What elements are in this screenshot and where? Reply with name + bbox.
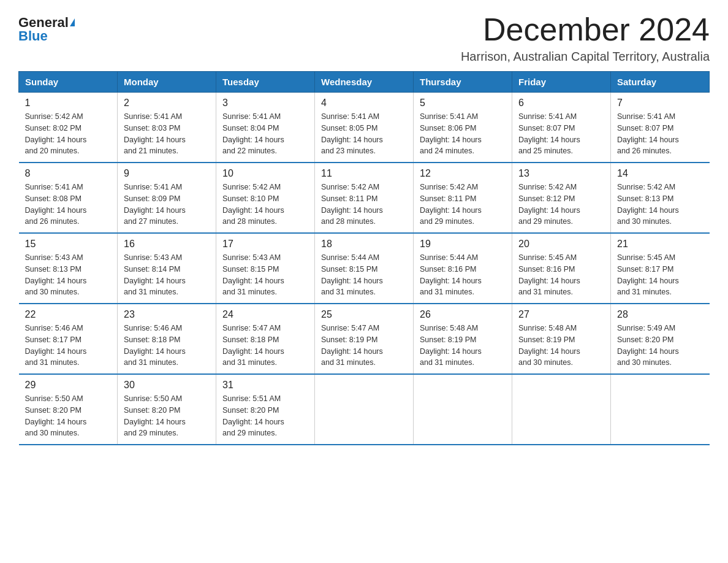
- calendar-cell: 5 Sunrise: 5:41 AM Sunset: 8:06 PM Dayli…: [414, 93, 512, 163]
- calendar-header: SundayMondayTuesdayWednesdayThursdayFrid…: [19, 72, 710, 93]
- calendar-cell: 11 Sunrise: 5:42 AM Sunset: 8:11 PM Dayl…: [315, 163, 414, 233]
- day-info: Sunrise: 5:47 AM Sunset: 8:18 PM Dayligh…: [222, 323, 308, 369]
- day-number: 23: [124, 309, 210, 320]
- day-info: Sunrise: 5:46 AM Sunset: 8:17 PM Dayligh…: [25, 323, 112, 369]
- calendar-cell: 28 Sunrise: 5:49 AM Sunset: 8:20 PM Dayl…: [611, 304, 710, 374]
- calendar-cell: 6 Sunrise: 5:41 AM Sunset: 8:07 PM Dayli…: [512, 93, 611, 163]
- calendar-week-row: 15 Sunrise: 5:43 AM Sunset: 8:13 PM Dayl…: [19, 233, 710, 304]
- calendar-cell: 12 Sunrise: 5:42 AM Sunset: 8:11 PM Dayl…: [414, 163, 512, 233]
- day-info: Sunrise: 5:44 AM Sunset: 8:15 PM Dayligh…: [321, 252, 407, 298]
- logo-blue-text: Blue: [18, 29, 48, 43]
- calendar-cell: 3 Sunrise: 5:41 AM Sunset: 8:04 PM Dayli…: [216, 93, 315, 163]
- calendar-cell: 24 Sunrise: 5:47 AM Sunset: 8:18 PM Dayl…: [216, 304, 315, 374]
- day-info: Sunrise: 5:41 AM Sunset: 8:08 PM Dayligh…: [25, 182, 112, 228]
- calendar-cell: 30 Sunrise: 5:50 AM Sunset: 8:20 PM Dayl…: [118, 374, 216, 445]
- day-info: Sunrise: 5:47 AM Sunset: 8:19 PM Dayligh…: [321, 323, 407, 369]
- calendar-week-row: 8 Sunrise: 5:41 AM Sunset: 8:08 PM Dayli…: [19, 163, 710, 233]
- day-info: Sunrise: 5:42 AM Sunset: 8:02 PM Dayligh…: [25, 111, 112, 157]
- calendar-cell: [414, 374, 512, 445]
- day-number: 11: [321, 168, 407, 179]
- day-header-wednesday: Wednesday: [315, 72, 414, 93]
- calendar-cell: 22 Sunrise: 5:46 AM Sunset: 8:17 PM Dayl…: [19, 304, 118, 374]
- day-info: Sunrise: 5:42 AM Sunset: 8:10 PM Dayligh…: [222, 182, 308, 228]
- day-header-saturday: Saturday: [611, 72, 710, 93]
- day-number: 16: [124, 239, 210, 250]
- day-number: 1: [25, 98, 112, 109]
- calendar-cell: 2 Sunrise: 5:41 AM Sunset: 8:03 PM Dayli…: [118, 93, 216, 163]
- day-header-friday: Friday: [512, 72, 611, 93]
- day-info: Sunrise: 5:50 AM Sunset: 8:20 PM Dayligh…: [25, 393, 112, 439]
- day-number: 10: [222, 168, 308, 179]
- day-number: 6: [518, 98, 604, 109]
- day-header-tuesday: Tuesday: [216, 72, 315, 93]
- day-number: 5: [420, 98, 506, 109]
- calendar-cell: 4 Sunrise: 5:41 AM Sunset: 8:05 PM Dayli…: [315, 93, 414, 163]
- calendar-cell: [315, 374, 414, 445]
- calendar-body: 1 Sunrise: 5:42 AM Sunset: 8:02 PM Dayli…: [19, 93, 710, 445]
- day-number: 24: [222, 309, 308, 320]
- day-header-row: SundayMondayTuesdayWednesdayThursdayFrid…: [19, 72, 710, 93]
- day-number: 30: [124, 380, 210, 391]
- day-number: 13: [518, 168, 604, 179]
- calendar-cell: 19 Sunrise: 5:44 AM Sunset: 8:16 PM Dayl…: [414, 233, 512, 304]
- calendar-cell: 14 Sunrise: 5:42 AM Sunset: 8:13 PM Dayl…: [611, 163, 710, 233]
- location-title: Harrison, Australian Capital Territory, …: [461, 50, 710, 64]
- day-number: 4: [321, 98, 407, 109]
- day-number: 25: [321, 309, 407, 320]
- day-info: Sunrise: 5:42 AM Sunset: 8:13 PM Dayligh…: [617, 182, 703, 228]
- day-info: Sunrise: 5:41 AM Sunset: 8:09 PM Dayligh…: [124, 182, 210, 228]
- day-info: Sunrise: 5:44 AM Sunset: 8:16 PM Dayligh…: [420, 252, 506, 298]
- day-number: 7: [617, 98, 703, 109]
- calendar-cell: [611, 374, 710, 445]
- calendar-cell: 21 Sunrise: 5:45 AM Sunset: 8:17 PM Dayl…: [611, 233, 710, 304]
- calendar-cell: 26 Sunrise: 5:48 AM Sunset: 8:19 PM Dayl…: [414, 304, 512, 374]
- calendar-cell: 7 Sunrise: 5:41 AM Sunset: 8:07 PM Dayli…: [611, 93, 710, 163]
- logo-general-text: General: [18, 16, 75, 29]
- day-info: Sunrise: 5:48 AM Sunset: 8:19 PM Dayligh…: [420, 323, 506, 369]
- day-info: Sunrise: 5:41 AM Sunset: 8:05 PM Dayligh…: [321, 111, 407, 157]
- day-info: Sunrise: 5:42 AM Sunset: 8:11 PM Dayligh…: [321, 182, 407, 228]
- day-number: 14: [617, 168, 703, 179]
- day-info: Sunrise: 5:41 AM Sunset: 8:03 PM Dayligh…: [124, 111, 210, 157]
- calendar-cell: 15 Sunrise: 5:43 AM Sunset: 8:13 PM Dayl…: [19, 233, 118, 304]
- calendar-cell: 10 Sunrise: 5:42 AM Sunset: 8:10 PM Dayl…: [216, 163, 315, 233]
- calendar-week-row: 1 Sunrise: 5:42 AM Sunset: 8:02 PM Dayli…: [19, 93, 710, 163]
- day-number: 20: [518, 239, 604, 250]
- day-number: 9: [124, 168, 210, 179]
- day-info: Sunrise: 5:41 AM Sunset: 8:04 PM Dayligh…: [222, 111, 308, 157]
- day-number: 27: [518, 309, 604, 320]
- day-number: 3: [222, 98, 308, 109]
- day-info: Sunrise: 5:41 AM Sunset: 8:07 PM Dayligh…: [518, 111, 604, 157]
- day-number: 29: [25, 380, 112, 391]
- day-info: Sunrise: 5:43 AM Sunset: 8:14 PM Dayligh…: [124, 252, 210, 298]
- calendar-cell: 29 Sunrise: 5:50 AM Sunset: 8:20 PM Dayl…: [19, 374, 118, 445]
- calendar-cell: 18 Sunrise: 5:44 AM Sunset: 8:15 PM Dayl…: [315, 233, 414, 304]
- day-header-sunday: Sunday: [19, 72, 118, 93]
- calendar-cell: 9 Sunrise: 5:41 AM Sunset: 8:09 PM Dayli…: [118, 163, 216, 233]
- logo: General Blue: [18, 16, 75, 43]
- title-block: December 2024 Harrison, Australian Capit…: [461, 12, 710, 64]
- day-info: Sunrise: 5:48 AM Sunset: 8:19 PM Dayligh…: [518, 323, 604, 369]
- calendar-cell: 31 Sunrise: 5:51 AM Sunset: 8:20 PM Dayl…: [216, 374, 315, 445]
- day-info: Sunrise: 5:45 AM Sunset: 8:16 PM Dayligh…: [518, 252, 604, 298]
- calendar-cell: [512, 374, 611, 445]
- day-number: 8: [25, 168, 112, 179]
- calendar-cell: 1 Sunrise: 5:42 AM Sunset: 8:02 PM Dayli…: [19, 93, 118, 163]
- day-info: Sunrise: 5:49 AM Sunset: 8:20 PM Dayligh…: [617, 323, 703, 369]
- calendar-cell: 20 Sunrise: 5:45 AM Sunset: 8:16 PM Dayl…: [512, 233, 611, 304]
- day-number: 2: [124, 98, 210, 109]
- calendar-cell: 17 Sunrise: 5:43 AM Sunset: 8:15 PM Dayl…: [216, 233, 315, 304]
- day-number: 18: [321, 239, 407, 250]
- day-header-thursday: Thursday: [414, 72, 512, 93]
- day-info: Sunrise: 5:50 AM Sunset: 8:20 PM Dayligh…: [124, 393, 210, 439]
- day-number: 17: [222, 239, 308, 250]
- day-info: Sunrise: 5:41 AM Sunset: 8:06 PM Dayligh…: [420, 111, 506, 157]
- day-info: Sunrise: 5:42 AM Sunset: 8:11 PM Dayligh…: [420, 182, 506, 228]
- logo-triangle-icon: [70, 18, 75, 26]
- day-number: 19: [420, 239, 506, 250]
- day-number: 21: [617, 239, 703, 250]
- day-header-monday: Monday: [118, 72, 216, 93]
- day-info: Sunrise: 5:41 AM Sunset: 8:07 PM Dayligh…: [617, 111, 703, 157]
- day-info: Sunrise: 5:42 AM Sunset: 8:12 PM Dayligh…: [518, 182, 604, 228]
- day-number: 28: [617, 309, 703, 320]
